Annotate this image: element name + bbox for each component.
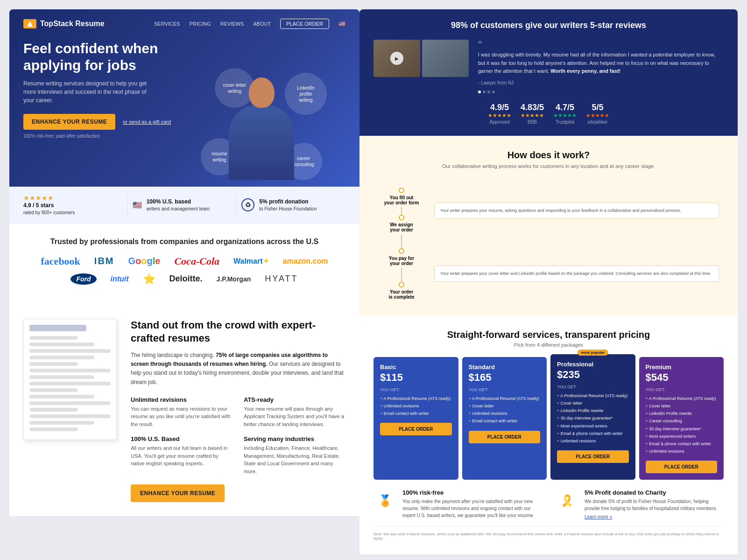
popular-badge: most popular <box>577 350 608 356</box>
standout-title: Stand out from the crowd with expert-cra… <box>131 319 345 345</box>
feature-industries: Serving many industries Including Educat… <box>244 435 345 475</box>
flow-label-2: We assignyour order <box>378 222 425 232</box>
review-highlight: Worth every penny, and fast! <box>550 68 620 74</box>
professional-place-order-button[interactable]: PLACE ORDER <box>557 450 629 463</box>
features-grid: Unlimited revisions You can request as m… <box>131 396 345 476</box>
flow-nodes: You fill outyour order form We assignyou… <box>378 183 425 301</box>
logo-icon <box>23 19 36 28</box>
resume-line <box>29 349 111 353</box>
google-logo: Google <box>128 256 161 266</box>
resume-line <box>29 408 78 412</box>
card-professional-name: Professional <box>557 361 629 368</box>
nav-links: SERVICES PRICING REVIEWS ABOUT PLACE ORD… <box>154 19 345 29</box>
nav-services[interactable]: SERVICES <box>154 21 180 27</box>
pricing-cards: Basic $115 you get: A Professional Resum… <box>374 357 724 480</box>
video-thumb-2[interactable] <box>422 40 469 77</box>
ford-logo: Ford <box>70 273 96 285</box>
nav-about[interactable]: ABOUT <box>253 21 271 27</box>
pricing-section: Straight-forward services, transparent p… <box>359 315 738 555</box>
quote-mark-icon: " <box>478 40 724 51</box>
premium-place-order-button[interactable]: PLACE ORDER <box>646 461 718 473</box>
nav-reviews[interactable]: REVIEWS <box>220 21 244 27</box>
flow-descriptions: Your writer prepares your resume, asking… <box>434 183 719 301</box>
flow-node-1 <box>399 188 404 193</box>
pricing-card-standard: Standard $165 you get: A Professional Re… <box>462 357 547 480</box>
charity-icon: ♻ <box>241 198 254 211</box>
ibm-logo: IBM <box>94 256 114 266</box>
resume-line <box>29 375 94 379</box>
standard-place-order-button[interactable]: PLACE ORDER <box>469 431 541 443</box>
nav-place-order-button[interactable]: PLACE ORDER <box>280 19 329 29</box>
flow-label-1: You fill outyour order form <box>378 195 425 205</box>
flow-connector <box>401 234 402 248</box>
resume-line <box>29 395 94 399</box>
stat-us-text: 100% U.S. based writers and management t… <box>147 198 210 212</box>
resume-line <box>29 427 78 431</box>
brand-logo: TopStack Resume <box>23 19 105 28</box>
flag-us-icon: 🇺🇸 <box>133 201 142 210</box>
flow-node-3 <box>399 248 404 254</box>
reviews-section: 98% of customers give our writers 5-star… <box>359 9 738 136</box>
stats-bar: ★★★★★ 4.9 / 5 stars rated by 800+ custom… <box>9 187 359 224</box>
flow-desc-2: Your writer prepares your cover letter a… <box>434 266 719 282</box>
enhance-resume-bottom-button[interactable]: ENHANCE YOUR RESUME <box>131 484 225 502</box>
resume-line <box>29 325 86 331</box>
cocacola-logo: Coca-Cola <box>174 255 219 267</box>
badges-section: 🏅 100% risk-free You only make the payme… <box>374 480 724 520</box>
jpmorgan-logo: J.P.Morgan <box>217 275 251 283</box>
dot-4 <box>492 91 495 93</box>
left-panel: TopStack Resume SERVICES PRICING REVIEWS… <box>9 9 359 554</box>
hero-content: Feel confident when applying for jobs Re… <box>23 40 345 139</box>
hero-text: Feel confident when applying for jobs Re… <box>23 40 345 139</box>
flow-node-4 <box>399 282 404 287</box>
review-dots <box>478 91 724 93</box>
nav-pricing[interactable]: PRICING <box>190 21 211 27</box>
card-standard-features: A Professional Resume (ATS ready) Cover … <box>469 395 541 425</box>
intuit-logo: intuit <box>111 275 129 283</box>
rating-approved: 4.9/5 ★★★★★ Approved <box>488 103 511 125</box>
learn-more-link[interactable]: Learn more » <box>585 514 612 519</box>
rating-row: 4.9/5 ★★★★★ Approved 4.83/5 ★★★★★ BBB 4.… <box>374 103 724 125</box>
amazon-logo: amazon.com <box>283 257 328 266</box>
trusted-title: Trusted by professionals from companies … <box>23 238 345 246</box>
right-panel: 98% of customers give our writers 5-star… <box>359 9 738 554</box>
how-title: How does it work? <box>374 150 724 161</box>
enhance-resume-button[interactable]: ENHANCE YOUR RESUME <box>23 114 115 130</box>
card-basic-price: $115 <box>380 371 452 384</box>
resume-line <box>29 388 78 392</box>
logos-row-2: Ford intuit ⭐ Deloitte. J.P.Morgan HYATT <box>23 273 345 285</box>
flag-icon: 🇺🇸 <box>338 21 345 27</box>
hero-nav: TopStack Resume SERVICES PRICING REVIEWS… <box>23 19 345 29</box>
resume-line <box>29 421 94 425</box>
basic-place-order-button[interactable]: PLACE ORDER <box>380 423 452 435</box>
rating-bbb: 4.83/5 ★★★★★ BBB <box>521 103 544 125</box>
stat-charity-text: 5% profit donation to Fisher House Found… <box>259 198 317 212</box>
resume-line <box>29 414 111 418</box>
review-author: - Lawyer from NJ <box>478 79 724 87</box>
card-basic-features: A Professional Resume (ATS ready) Unlimi… <box>380 395 452 418</box>
reviews-content: ▶ " I was struggling with brevity. My re… <box>374 40 724 93</box>
brand-name: TopStack Resume <box>40 20 105 28</box>
how-subtitle: Our collaborative writing process works … <box>374 163 724 169</box>
card-premium-price: $545 <box>646 371 718 384</box>
hero-title: Feel confident when applying for jobs <box>23 40 163 74</box>
video-thumbnails: ▶ <box>374 40 469 77</box>
gift-card-link[interactable]: or send as a gift card <box>123 119 171 125</box>
standout-section: Stand out from the crowd with expert-cra… <box>9 305 359 516</box>
card-standard-name: Standard <box>469 364 541 371</box>
stars-icon: ★★★★★ <box>23 194 75 202</box>
flow-label-3: You pay foryour order <box>378 256 425 266</box>
video-thumb-1[interactable]: ▶ <box>374 40 420 77</box>
resume-line <box>29 356 94 359</box>
pricing-subtitle: Pick from 4 different packages <box>374 342 724 348</box>
flow-connector <box>401 268 402 282</box>
dot-1 <box>478 91 481 93</box>
how-it-works-section: How does it work? Our collaborative writ… <box>359 136 738 315</box>
reviews-title: 98% of customers give our writers 5-star… <box>374 21 724 30</box>
resume-line <box>29 401 111 405</box>
play-icon-1[interactable]: ▶ <box>390 52 403 65</box>
flow-connector <box>401 207 402 215</box>
walmart-logo: Walmart✦ <box>233 257 269 266</box>
resume-line <box>29 336 78 340</box>
logos-row-1: facebook IBM Google Coca-Cola Walmart✦ a… <box>23 255 345 267</box>
